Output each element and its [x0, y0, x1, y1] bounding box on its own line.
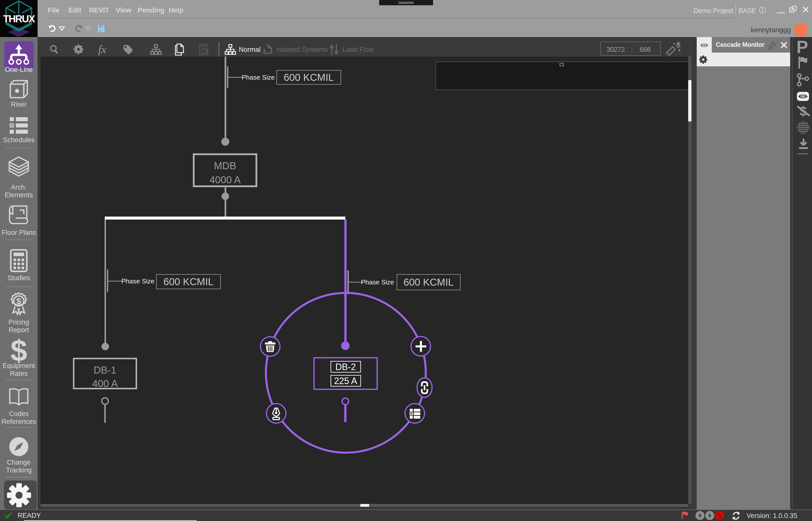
svg-text:600 KCMIL: 600 KCMIL — [164, 276, 214, 287]
svg-text:600 KCMIL: 600 KCMIL — [404, 277, 454, 288]
svg-text:4000 A: 4000 A — [210, 174, 241, 185]
svg-text:MDB: MDB — [214, 160, 236, 171]
svg-text:Phase Size: Phase Size — [361, 278, 394, 286]
svg-text:Phase Size: Phase Size — [121, 277, 154, 285]
svg-text:400 A: 400 A — [92, 378, 118, 389]
svg-text:600 KCMIL: 600 KCMIL — [284, 72, 334, 83]
svg-text:DB-2: DB-2 — [335, 362, 356, 372]
svg-text:Phase Size: Phase Size — [241, 74, 275, 81]
svg-text:DB-1: DB-1 — [93, 364, 116, 376]
svg-text:$: $ — [17, 296, 21, 306]
svg-text:THRUX: THRUX — [3, 13, 35, 24]
svg-text:225 A: 225 A — [334, 376, 357, 386]
